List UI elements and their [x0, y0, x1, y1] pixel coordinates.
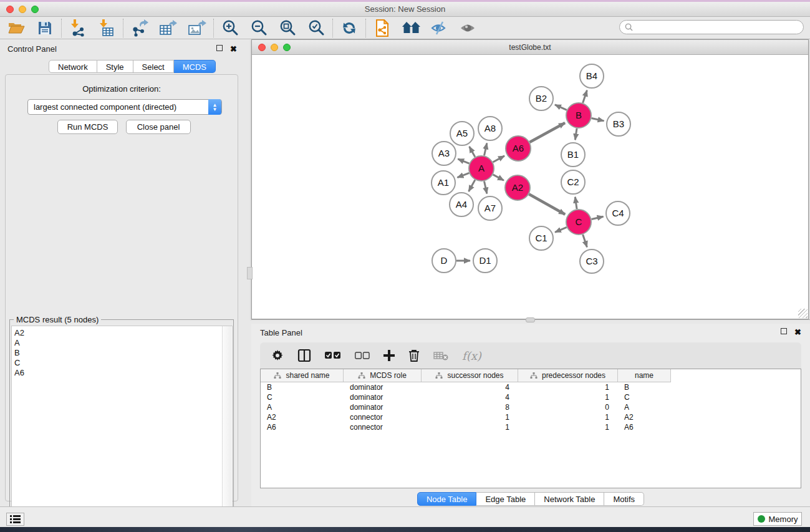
- graph-edge-A-A3[interactable]: [458, 159, 469, 163]
- delete-column-icon[interactable]: [408, 347, 420, 364]
- mcds-result-item[interactable]: A2: [14, 328, 232, 338]
- tab-style[interactable]: Style: [97, 60, 133, 73]
- mcds-result-scrollbar[interactable]: [222, 326, 231, 531]
- table-cell[interactable]: 1: [518, 382, 618, 392]
- zoom-window-button[interactable]: [31, 6, 39, 13]
- tab-select[interactable]: Select: [133, 60, 174, 73]
- graph-node-B4[interactable]: B4: [580, 64, 604, 88]
- zoom-in-icon[interactable]: [220, 19, 240, 37]
- graph-node-B1[interactable]: B1: [561, 143, 585, 167]
- table-cell[interactable]: 4: [422, 392, 518, 402]
- mcds-result-item[interactable]: B: [14, 348, 232, 358]
- run-mcds-button[interactable]: Run MCDS: [57, 120, 118, 134]
- network-canvas[interactable]: B4B2BB3B1A5A8A6A3AA1C2A2A4A7C4CC1C3DD1: [252, 56, 808, 319]
- hide-panel-icon[interactable]: [430, 19, 450, 37]
- zoom-fit-icon[interactable]: [277, 19, 297, 37]
- table-cell[interactable]: dominator: [344, 402, 422, 412]
- splitter-collapse-handle[interactable]: [247, 267, 253, 279]
- graph-node-C3[interactable]: C3: [580, 249, 604, 273]
- new-network-icon[interactable]: [372, 19, 392, 37]
- graph-edge-C-C2[interactable]: [575, 197, 577, 209]
- graph-node-C[interactable]: C: [566, 210, 591, 235]
- mcds-result-item[interactable]: A: [14, 338, 232, 348]
- close-panel-icon[interactable]: ✖: [230, 44, 237, 54]
- column-header-successor-nodes[interactable]: successor nodes: [422, 369, 518, 382]
- table-cell[interactable]: dominator: [344, 382, 422, 392]
- mcds-result-item[interactable]: C: [14, 358, 232, 368]
- export-network-icon[interactable]: [130, 19, 150, 37]
- table-cell[interactable]: 8: [422, 402, 518, 412]
- search-field[interactable]: [619, 20, 804, 34]
- tab-node-table[interactable]: Node Table: [417, 492, 477, 506]
- float-panel-icon[interactable]: [216, 45, 223, 51]
- graph-node-A5[interactable]: A5: [450, 122, 474, 145]
- network-zoom-button[interactable]: [283, 44, 291, 51]
- graph-node-C2[interactable]: C2: [561, 170, 585, 194]
- network-window-titlebar[interactable]: testGlobe.txt: [252, 40, 808, 55]
- function-builder-icon[interactable]: f(x): [462, 347, 481, 364]
- table-row[interactable]: Cdominator41C: [261, 392, 801, 402]
- delete-table-icon[interactable]: [433, 347, 448, 364]
- table-cell[interactable]: 1: [518, 392, 618, 402]
- graph-edge-C-C3[interactable]: [583, 235, 587, 247]
- horizontal-splitter[interactable]: [251, 319, 810, 324]
- mcds-result-item[interactable]: A6: [14, 368, 232, 378]
- table-cell[interactable]: 1: [422, 412, 518, 422]
- graph-edge-A6-B[interactable]: [529, 123, 565, 142]
- graph-edge-A-A6[interactable]: [493, 156, 504, 162]
- export-image-icon[interactable]: [187, 19, 207, 37]
- table-cell[interactable]: A: [618, 402, 671, 412]
- tab-mcds[interactable]: MCDS: [174, 60, 216, 73]
- graph-node-A2[interactable]: A2: [505, 175, 530, 200]
- graph-edge-A-A7[interactable]: [484, 181, 486, 194]
- graph-edge-C-C1[interactable]: [555, 227, 567, 232]
- tab-edge-table[interactable]: Edge Table: [476, 492, 535, 506]
- import-table-icon[interactable]: [97, 19, 117, 37]
- graph-node-B2[interactable]: B2: [529, 87, 553, 110]
- mcds-result-list[interactable]: A2ABCA6: [11, 326, 233, 532]
- splitter-handle-icon[interactable]: [526, 317, 535, 322]
- table-cell[interactable]: dominator: [344, 392, 422, 402]
- home-icon[interactable]: [401, 19, 421, 37]
- graph-node-B[interactable]: B: [566, 103, 591, 128]
- graph-node-A6[interactable]: A6: [506, 136, 531, 161]
- minimize-window-button[interactable]: [19, 6, 26, 13]
- zoom-selected-icon[interactable]: [306, 19, 326, 37]
- table-cell[interactable]: 1: [518, 422, 618, 432]
- search-input[interactable]: [636, 23, 792, 32]
- graph-node-C1[interactable]: C1: [529, 226, 553, 250]
- network-close-button[interactable]: [258, 44, 266, 51]
- export-table-icon[interactable]: [158, 19, 178, 37]
- deselect-all-icon[interactable]: [355, 347, 370, 364]
- memory-button[interactable]: Memory: [753, 512, 802, 526]
- graph-node-A1[interactable]: A1: [432, 171, 455, 195]
- table-cell[interactable]: A2: [618, 412, 671, 422]
- resize-grip-icon[interactable]: [798, 309, 808, 318]
- graph-edge-C-C4[interactable]: [591, 216, 603, 219]
- table-cell[interactable]: B: [261, 382, 344, 392]
- table-cell[interactable]: 1: [518, 412, 618, 422]
- table-cell[interactable]: 4: [422, 382, 518, 392]
- node-table[interactable]: shared nameMCDS rolesuccessor nodesprede…: [260, 369, 801, 488]
- column-header-name[interactable]: name: [618, 369, 671, 382]
- network-minimize-button[interactable]: [271, 44, 278, 51]
- table-cell[interactable]: 0: [518, 402, 618, 412]
- table-cell[interactable]: C: [618, 392, 671, 402]
- table-cell[interactable]: A: [261, 402, 344, 412]
- graph-edge-B-B1[interactable]: [575, 128, 577, 140]
- graph-edge-A-A1[interactable]: [457, 173, 469, 177]
- graph-node-A[interactable]: A: [469, 156, 494, 181]
- graph-edge-B-B3[interactable]: [592, 118, 604, 120]
- close-panel-button[interactable]: Close panel: [126, 120, 191, 134]
- show-columns-icon[interactable]: [297, 347, 311, 364]
- table-cell[interactable]: A6: [618, 422, 671, 432]
- table-cell[interactable]: C: [261, 392, 344, 402]
- table-cell[interactable]: connector: [344, 412, 422, 422]
- select-all-icon[interactable]: [325, 347, 341, 364]
- save-session-icon[interactable]: [35, 19, 55, 37]
- show-panel-icon[interactable]: [458, 19, 478, 37]
- task-history-button[interactable]: [6, 513, 24, 526]
- graph-edge-B-B2[interactable]: [555, 105, 567, 110]
- table-cell[interactable]: B: [618, 382, 671, 392]
- graph-edge-A-A5[interactable]: [470, 147, 475, 157]
